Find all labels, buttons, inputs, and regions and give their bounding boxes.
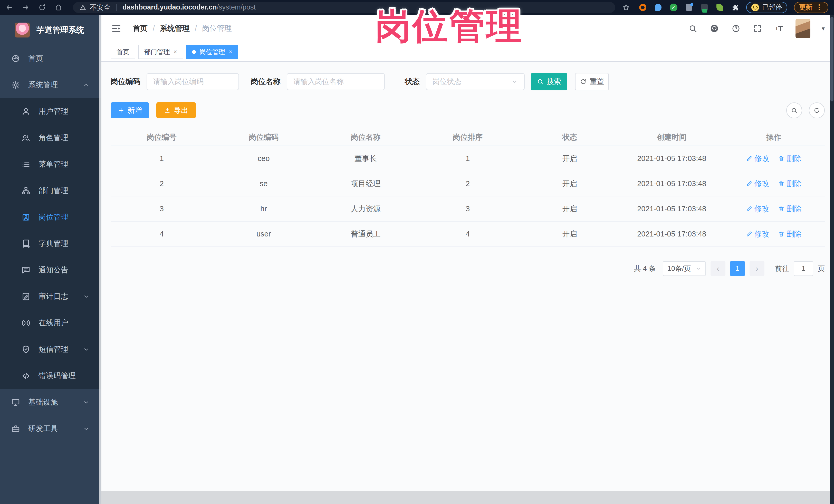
sidebar-item-label: 在线用户 — [39, 318, 68, 328]
sidebar-item-devtools[interactable]: 研发工具 — [0, 415, 102, 442]
font-size-icon[interactable]: TT — [774, 23, 784, 34]
cell-name: 项目经理 — [315, 171, 417, 196]
sidebar-item-label: 首页 — [28, 53, 43, 64]
forward-icon[interactable] — [20, 2, 31, 13]
sidebar-item-user[interactable]: 用户管理 — [0, 98, 102, 125]
fullscreen-icon[interactable] — [752, 23, 763, 34]
status-select[interactable]: 岗位状态 — [426, 73, 525, 90]
extension-dark-badge-icon[interactable] — [700, 3, 709, 12]
cell-id: 3 — [111, 196, 213, 221]
window-scrollbar[interactable] — [830, 15, 834, 504]
sidebar-item-sms[interactable]: 短信管理 — [0, 336, 102, 363]
search-icon[interactable] — [688, 23, 698, 34]
browser-menu-icon[interactable]: ⋮ — [815, 3, 823, 12]
edit-link[interactable]: 修改 — [746, 204, 769, 214]
breadcrumb-item[interactable]: 首页 — [133, 23, 148, 34]
post-name-input[interactable] — [287, 73, 385, 90]
next-page-button[interactable]: › — [749, 261, 764, 276]
sidebar-item-post[interactable]: 岗位管理 — [0, 204, 102, 230]
app-logo[interactable]: 芋道管理系统 — [0, 15, 102, 45]
breadcrumb: 首页 / 系统管理 / 岗位管理 — [133, 23, 232, 34]
extension-green-check-icon[interactable]: ✓ — [669, 3, 678, 12]
cell-actions: 修改删除 — [723, 146, 825, 171]
plus-icon — [118, 107, 125, 114]
page-size-select[interactable]: 10条/页 — [663, 261, 706, 276]
content-area: 岗位编码 岗位名称 状态 岗位状态 搜索 重置 — [102, 62, 834, 504]
sidebar-item-label: 用户管理 — [39, 106, 68, 116]
sidebar-item-dict[interactable]: 字典管理 — [0, 230, 102, 257]
sidebar-item-infra[interactable]: 基础设施 — [0, 389, 102, 415]
add-button[interactable]: 新增 — [111, 102, 149, 118]
delete-link[interactable]: 删除 — [778, 204, 802, 214]
edit-link[interactable]: 修改 — [746, 179, 769, 189]
delete-link[interactable]: 删除 — [778, 179, 802, 189]
export-button[interactable]: 导出 — [156, 102, 196, 118]
tab-dept[interactable]: 部门管理× — [138, 45, 183, 59]
goto-page-input[interactable] — [794, 261, 813, 276]
scrollbar-thumb[interactable] — [830, 17, 833, 102]
edit-icon — [746, 231, 752, 237]
cell-code: se — [213, 171, 314, 196]
tab-home[interactable]: 首页 — [111, 45, 135, 59]
tab-close-icon[interactable]: × — [174, 48, 177, 56]
sidebar-item-errcode[interactable]: 错误码管理 — [0, 363, 102, 389]
github-icon[interactable] — [709, 23, 720, 34]
edit-icon — [746, 206, 752, 212]
chevron-down-icon — [696, 266, 701, 271]
page-number-button[interactable]: 1 — [730, 261, 745, 276]
address-bar[interactable]: 不安全 dashboard.yudao.iocoder.cn /system/p… — [73, 2, 615, 13]
bookmark-star-icon[interactable] — [620, 2, 632, 13]
chevron-down-icon — [83, 425, 90, 432]
cell-created: 2021-01-05 17:03:48 — [621, 196, 723, 221]
delete-link[interactable]: 删除 — [778, 229, 802, 239]
search-button[interactable]: 搜索 — [531, 73, 567, 90]
edit-icon — [746, 155, 752, 162]
update-label: 更新 — [799, 3, 812, 12]
tab-post[interactable]: 岗位管理× — [186, 45, 238, 59]
security-label[interactable]: 不安全 — [90, 3, 111, 12]
reset-button[interactable]: 重置 — [575, 73, 609, 90]
back-icon[interactable] — [4, 2, 15, 13]
home-icon[interactable] — [53, 2, 64, 13]
extension-blue-drop-icon[interactable] — [654, 3, 662, 12]
help-icon[interactable] — [731, 23, 741, 34]
page-bottom-strip — [102, 491, 830, 504]
extensions-puzzle-icon[interactable] — [731, 3, 740, 12]
emoji-face-icon — [751, 4, 759, 11]
user-avatar[interactable] — [795, 19, 810, 38]
sidebar-item-system[interactable]: 系统管理 — [0, 72, 102, 98]
sidebar-item-notice[interactable]: 通知公告 — [0, 257, 102, 283]
table-body: 1ceo董事长1开启2021-01-05 17:03:48修改删除2se项目经理… — [111, 146, 825, 247]
edit-link[interactable]: 修改 — [746, 154, 769, 164]
sidebar-item-online[interactable]: 在线用户 — [0, 310, 102, 336]
table-toolbar: 新增 导出 — [111, 102, 825, 118]
prev-page-button[interactable]: ‹ — [710, 261, 725, 276]
extension-orange-icon[interactable] — [638, 3, 647, 12]
edit-link[interactable]: 修改 — [746, 229, 769, 239]
sidebar-item-menu[interactable]: 菜单管理 — [0, 151, 102, 177]
hamburger-icon[interactable] — [111, 23, 122, 34]
paused-badge[interactable]: 已暂停 — [746, 2, 787, 13]
cell-name: 董事长 — [315, 146, 417, 171]
extension-leaf-icon[interactable] — [716, 3, 724, 12]
extension-gray-icon[interactable] — [685, 3, 693, 12]
refresh-table-button[interactable] — [809, 103, 825, 118]
post-table: 岗位编号岗位编码岗位名称岗位排序状态创建时间操作 1ceo董事长1开启2021-… — [111, 129, 825, 247]
url-host: dashboard.yudao.iocoder.cn — [123, 3, 217, 11]
caret-down-icon[interactable]: ▾ — [822, 25, 825, 32]
code-icon — [21, 371, 31, 381]
role-icon — [21, 133, 31, 143]
toggle-search-button[interactable] — [786, 103, 802, 118]
page-unit-label: 页 — [818, 264, 825, 273]
post-code-input[interactable] — [147, 73, 239, 90]
column-header: 创建时间 — [621, 129, 723, 146]
sidebar-item-dept[interactable]: 部门管理 — [0, 177, 102, 204]
tab-close-icon[interactable]: × — [229, 48, 232, 56]
reload-icon[interactable] — [37, 2, 48, 13]
sidebar-item-role[interactable]: 角色管理 — [0, 125, 102, 151]
delete-link[interactable]: 删除 — [778, 154, 802, 164]
sidebar-item-home[interactable]: 首页 — [0, 45, 102, 72]
breadcrumb-item[interactable]: 系统管理 — [160, 23, 190, 34]
sidebar-item-audit[interactable]: 审计日志 — [0, 283, 102, 310]
update-button[interactable]: 更新 ⋮ — [794, 2, 828, 13]
